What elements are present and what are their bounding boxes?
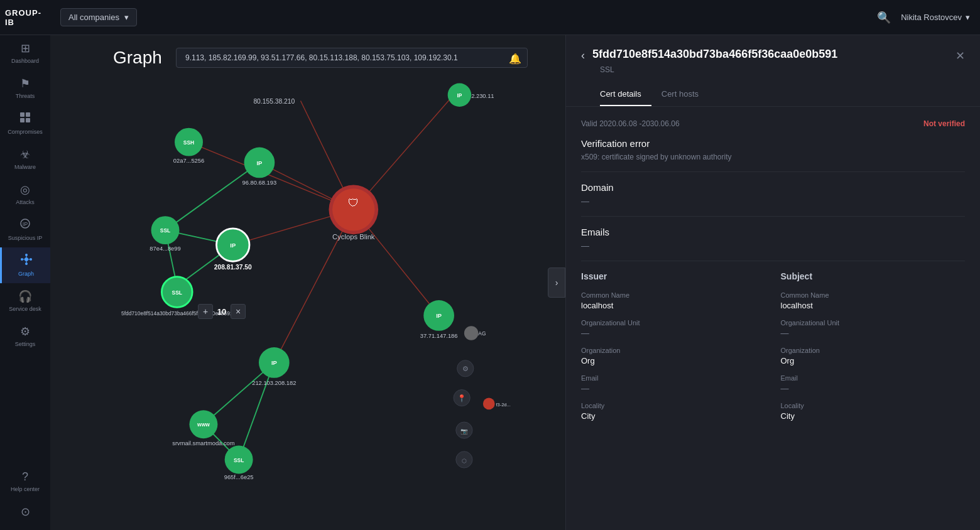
issuer-locality: Locality City [581, 402, 766, 421]
panel-close-button[interactable]: ✕ [956, 49, 965, 63]
logo-text: GROUP-IB [5, 8, 45, 27]
sidebar-bottom: ? Help center ⊙ [0, 464, 50, 530]
malware-icon: ☣ [20, 148, 30, 161]
issuer-header: Issuer [581, 271, 766, 281]
attacks-icon: ◎ [20, 183, 30, 197]
node-label-ip2: 208.81.37.50 [214, 264, 252, 271]
svg-rect-3 [26, 118, 30, 122]
node-label-ssl3: 965f...6e25 [224, 474, 254, 480]
suspicious-ip-icon: IP [19, 218, 31, 232]
svg-rect-2 [20, 118, 24, 122]
search-icon[interactable]: 🔍 [877, 11, 891, 24]
issuer-section: Issuer Common Name localhost Organizatio… [581, 271, 766, 430]
subject-org-value: Org [781, 356, 966, 365]
sidebar-item-suspicious-ip[interactable]: IP Suspicious IP [0, 212, 50, 247]
issuer-email: Email — [581, 374, 766, 393]
company-selector[interactable]: All companies ▾ [60, 8, 137, 26]
issuer-locality-value: City [581, 411, 766, 421]
node-label-top: 80.155.38.210 [253, 98, 295, 105]
compromises-icon [19, 112, 31, 126]
edge-ip1-ssl1 [165, 163, 259, 230]
tab-cert-hosts[interactable]: Cert hosts [662, 84, 709, 106]
sidebar-logo: GROUP-IB [0, 0, 50, 35]
panel-tabs: Cert details Cert hosts [600, 84, 965, 106]
chevron-down-icon: ▾ [124, 13, 129, 22]
subject-ou-value: — [781, 328, 966, 338]
issuer-org-value: Org [581, 356, 766, 365]
verification-error-body: x509: certificate signed by unknown auth… [581, 153, 965, 161]
sidebar-item-label: Suspicious IP [8, 235, 43, 241]
svg-rect-0 [20, 112, 24, 117]
svg-text:🛡: 🛡 [348, 197, 359, 209]
sidebar-item-malware[interactable]: ☣ Malware [0, 141, 50, 176]
panel-back-button[interactable]: ‹ [581, 49, 585, 62]
domain-label: Domain [581, 182, 965, 193]
edge-cyclops-ssh [189, 142, 354, 210]
sidebar-item-compromises[interactable]: Compromises [0, 105, 50, 141]
bell-icon[interactable]: 🔔 [509, 53, 521, 65]
issuer-cn-value: localhost [581, 301, 766, 310]
svg-text:SSH: SSH [183, 139, 194, 146]
sidebar-item-unknown[interactable]: ⊙ [0, 499, 50, 525]
subject-email-value: — [781, 384, 966, 393]
svg-rect-1 [26, 112, 30, 117]
topbar-right: 🔍 Nikita Rostovcev ▾ [877, 11, 970, 24]
subject-section: Subject Common Name localhost Organizati… [781, 271, 966, 430]
domain-value: — [581, 197, 965, 206]
svg-text:IP: IP [23, 221, 28, 227]
issuer-common-name: Common Name localhost [581, 291, 766, 310]
chevron-down-icon: ▾ [966, 13, 970, 22]
svg-text:AG: AG [478, 330, 486, 337]
company-name: All companies [68, 13, 119, 22]
svg-text:⬡: ⬡ [462, 458, 467, 464]
sidebar-item-attacks[interactable]: ◎ Attacks [0, 176, 50, 212]
sidebar-item-graph[interactable]: Graph [0, 247, 50, 283]
divider-3 [581, 261, 965, 261]
node-label-www: srvmail.smartmoda.com [172, 440, 235, 446]
subject-locality-value: City [781, 411, 966, 421]
remove-node-button[interactable]: × [231, 304, 246, 319]
node-small-red [483, 398, 495, 410]
subject-email: Email — [781, 374, 966, 393]
issuer-email-value: — [581, 384, 766, 393]
collapse-panel-button[interactable]: › [548, 268, 565, 298]
topbar: All companies ▾ 🔍 Nikita Rostovcev ▾ [50, 0, 980, 35]
sidebar-item-settings[interactable]: ⚙ Settings [0, 318, 50, 354]
node-label-topright: 2.230.11 [471, 93, 494, 99]
issuer-ou-value: — [581, 328, 766, 338]
add-node-button[interactable]: + [198, 304, 213, 319]
graph-canvas[interactable]: 🛡 Cyclops Blink IP 96.80.68.193 IP 208.8… [101, 35, 565, 530]
user-name: Nikita Rostovcev [901, 13, 962, 22]
graph-search-bar[interactable]: 9.113, 185.82.169.99, 93.51.177.66, 80.1… [176, 48, 528, 68]
graph-area[interactable]: Graph 9.113, 185.82.169.99, 93.51.177.66… [101, 35, 565, 530]
help-icon: ? [22, 470, 28, 484]
sidebar-item-dashboard[interactable]: ⊞ Dashboard [0, 35, 50, 70]
graph-search-text: 9.113, 185.82.169.99, 93.51.177.66, 80.1… [185, 53, 458, 62]
node-label-ip4: 37.71.147.186 [420, 333, 458, 339]
issuer-org-label: Organization [581, 347, 766, 354]
tab-cert-details[interactable]: Cert details [600, 84, 651, 106]
user-menu[interactable]: Nikita Rostovcev ▾ [901, 13, 970, 22]
issuer-locality-label: Locality [581, 402, 766, 409]
service-desk-icon: 🎧 [18, 289, 32, 303]
sidebar-item-service-desk[interactable]: 🎧 Service desk [0, 283, 50, 318]
node-add-controls: + 10 × [198, 304, 246, 319]
sidebar-item-threats[interactable]: ⚑ Threats [0, 70, 50, 105]
subject-org-label: Organization [781, 347, 966, 354]
node-label-cyclops: Cyclops Blink [332, 233, 375, 241]
node-count: 10 [215, 307, 228, 316]
issuer-cn-label: Common Name [581, 291, 766, 299]
subject-org: Organization Org [781, 347, 966, 365]
sidebar-item-label: Malware [14, 164, 36, 170]
node-label-ssl1: 87e4...8e99 [150, 246, 180, 252]
sidebar-item-label: Service desk [9, 306, 41, 312]
validity-text: Valid 2020.06.08 -2030.06.06 [581, 119, 680, 128]
svg-text:IP: IP [457, 92, 462, 99]
sidebar-item-label: Attacks [16, 199, 35, 205]
node-cyclops-blink-inner [332, 188, 374, 230]
divider-2 [581, 216, 965, 217]
sidebar-item-label: Dashboard [11, 58, 39, 64]
panel-header: ‹ 5fdd710e8f514a30bd73ba466f5f36caa0e0b5… [566, 35, 980, 107]
node-label-ssh: 02a7...5256 [173, 158, 204, 164]
sidebar-item-help[interactable]: ? Help center [0, 464, 50, 499]
